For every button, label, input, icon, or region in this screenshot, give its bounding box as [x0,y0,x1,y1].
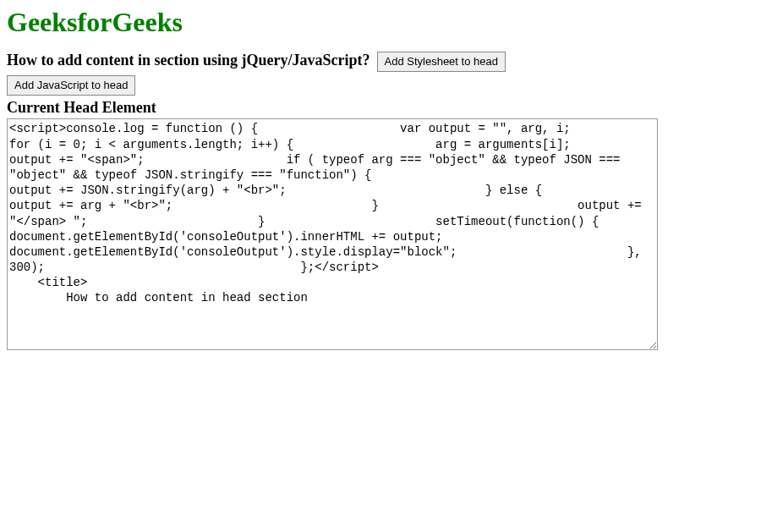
second-button-row: Add JavaScript to head [7,75,754,96]
current-head-heading: Current Head Element [7,99,754,117]
page-title: GeeksforGeeks [7,7,754,38]
question-row: How to add content in section using jQue… [7,52,754,72]
add-stylesheet-button[interactable]: Add Stylesheet to head [377,52,506,72]
add-javascript-button[interactable]: Add JavaScript to head [7,75,135,96]
question-text: How to add content in section using jQue… [7,52,370,69]
head-content-textarea[interactable] [7,118,658,350]
